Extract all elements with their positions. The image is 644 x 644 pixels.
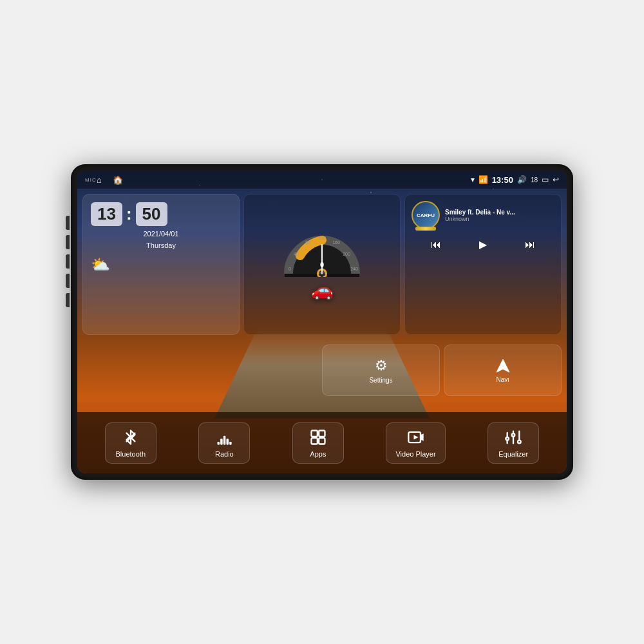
music-title: Smiley ft. Delia - Ne v...	[445, 209, 554, 216]
svg-text:40: 40	[294, 252, 299, 256]
volume-icon: 🔊	[517, 175, 527, 184]
clock-colon: :	[126, 204, 132, 224]
equalizer-button[interactable]: Equalizer	[488, 422, 539, 464]
radio-label: Radio	[215, 450, 234, 458]
navi-widget[interactable]: Navi	[444, 345, 562, 396]
side-buttons	[66, 216, 70, 307]
video-icon	[407, 428, 425, 446]
music-logo-text: CARFU	[417, 213, 435, 218]
settings-label: Settings	[369, 377, 392, 384]
upper-area: 13 : 50 2021/04/01 Thursday ⛅	[77, 189, 567, 340]
car-head-unit: MIC ⌂ 🏠 ▾ 📶 13:50 🔊 18 ▭ ↩ 13 : 50	[71, 164, 573, 480]
home-outline-icon[interactable]: ⌂	[97, 175, 102, 185]
apps-button[interactable]: Apps	[292, 422, 344, 464]
svg-rect-18	[230, 442, 232, 445]
play-button[interactable]: ▶	[474, 236, 492, 253]
battery-icon: ▭	[542, 175, 549, 184]
music-artist: Unknown	[445, 216, 554, 222]
side-button-home[interactable]	[66, 235, 70, 249]
clock-display: 13 : 50	[91, 202, 231, 226]
svg-rect-14	[218, 442, 220, 445]
music-top: CARFU Smiley ft. Delia - Ne v... Unknown	[412, 201, 554, 229]
speedometer-svg: 0 40 80 120 160 200 240 0	[283, 229, 361, 277]
radio-button[interactable]: Radio	[198, 422, 250, 464]
prev-button[interactable]: ⏮	[426, 236, 446, 253]
apps-label: Apps	[310, 450, 326, 458]
middle-area: ⚙ Settings Navi	[322, 345, 562, 396]
svg-text:km/h: km/h	[317, 270, 326, 274]
svg-text:80: 80	[305, 240, 310, 245]
speedometer-widget: 0 40 80 120 160 200 240 0	[243, 194, 401, 335]
svg-text:160: 160	[332, 240, 340, 245]
video-button[interactable]: Video Player	[386, 422, 445, 464]
equalizer-icon	[504, 428, 522, 446]
bottom-bar: Bluetooth Radio	[77, 412, 567, 473]
radio-icon	[215, 428, 233, 446]
clock-minute: 50	[136, 202, 167, 226]
clock-hour: 13	[91, 202, 122, 226]
side-button-vol-up[interactable]	[66, 274, 70, 288]
side-button-back[interactable]	[66, 254, 70, 269]
svg-text:0: 0	[320, 261, 324, 269]
navi-icon	[495, 358, 511, 374]
side-button-power[interactable]	[66, 216, 70, 230]
clock-widget: 13 : 50 2021/04/01 Thursday ⛅	[82, 194, 240, 335]
svg-rect-16	[223, 435, 226, 444]
music-widget[interactable]: CARFU Smiley ft. Delia - Ne v... Unknown…	[404, 194, 562, 335]
svg-text:200: 200	[343, 252, 350, 256]
svg-text:0: 0	[289, 267, 291, 271]
back-icon[interactable]: ↩	[553, 175, 559, 184]
settings-icon: ⚙	[375, 357, 388, 374]
equalizer-label: Equalizer	[498, 450, 528, 458]
status-icons: ▾ 📶 13:50 🔊 18 ▭ ↩	[471, 175, 559, 185]
volume-level: 18	[531, 176, 538, 184]
svg-rect-15	[221, 439, 223, 444]
screen: MIC ⌂ 🏠 ▾ 📶 13:50 🔊 18 ▭ ↩ 13 : 50	[77, 171, 567, 473]
clock-weather: ⛅	[91, 256, 231, 274]
bluetooth-icon	[122, 428, 140, 446]
svg-rect-19	[311, 430, 317, 436]
music-info: Smiley ft. Delia - Ne v... Unknown	[445, 209, 554, 222]
svg-rect-17	[227, 439, 229, 444]
wifi-signal-icon: 📶	[478, 175, 488, 184]
navi-label: Navi	[496, 376, 509, 383]
bluetooth-button[interactable]: Bluetooth	[105, 422, 156, 464]
svg-text:240: 240	[350, 267, 358, 271]
music-controls: ⏮ ▶ ⏭	[412, 236, 554, 253]
svg-marker-13	[497, 359, 509, 372]
video-label: Video Player	[395, 450, 435, 458]
mic-label: MIC	[85, 177, 97, 183]
status-time: 13:50	[492, 175, 513, 185]
speedometer: 0 40 80 120 160 200 240 0	[283, 229, 361, 277]
svg-rect-21	[311, 438, 317, 444]
car-icon: 🚗	[311, 279, 334, 301]
music-logo: CARFU	[412, 201, 440, 229]
wifi-icon: ▾	[471, 175, 475, 184]
car-container: 🚗	[249, 279, 395, 301]
status-bar: MIC ⌂ 🏠 ▾ 📶 13:50 🔊 18 ▭ ↩	[77, 171, 567, 189]
svg-marker-25	[413, 435, 418, 439]
side-button-vol-down[interactable]	[66, 293, 70, 307]
svg-rect-20	[319, 430, 325, 436]
clock-day: Thursday	[91, 242, 231, 249]
svg-text:120: 120	[318, 236, 326, 240]
home-filled-icon[interactable]: 🏠	[113, 175, 123, 185]
settings-widget[interactable]: ⚙ Settings	[322, 345, 440, 396]
bluetooth-label: Bluetooth	[116, 450, 146, 458]
weather-icon: ⛅	[91, 256, 110, 274]
apps-icon	[309, 428, 327, 446]
clock-date: 2021/04/01	[91, 230, 231, 238]
next-button[interactable]: ⏭	[520, 236, 540, 253]
svg-rect-22	[319, 438, 325, 444]
